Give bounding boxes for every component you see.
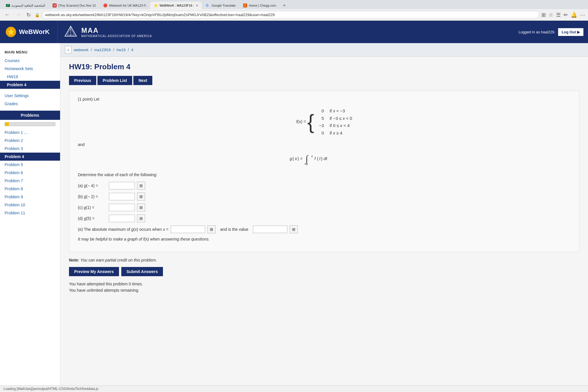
sidebar-problem-2[interactable]: Problem 2: [0, 137, 60, 145]
sidebar-problem-3[interactable]: Problem 3: [0, 145, 60, 153]
determine-text: Determine the value of each of the follo…: [78, 172, 570, 177]
sidebar-item-hw19[interactable]: HW19: [0, 73, 60, 81]
grid-icon-d[interactable]: ⊞: [137, 214, 145, 222]
next-button[interactable]: Next: [133, 76, 152, 85]
tab-arabic[interactable]: 🇸🇦 الملحقية الثقافية السعودية: [2, 2, 49, 9]
previous-button[interactable]: Previous: [69, 76, 96, 85]
sidebar: MAIN MENU Courses Homework Sets HW19 Pro…: [0, 43, 60, 392]
url-input[interactable]: [42, 11, 539, 19]
breadcrumb-webwork[interactable]: webwork: [74, 48, 89, 52]
webwork-logo: ⭐ WeBWorK: [0, 23, 57, 41]
sidebar-item-homework-sets[interactable]: Homework Sets: [0, 65, 60, 73]
logout-label: Log Out: [562, 30, 576, 34]
svg-text:f: f: [314, 156, 316, 161]
preview-button[interactable]: Preview My Answers: [69, 267, 119, 276]
sidebar-problem-10[interactable]: Problem 10: [0, 201, 60, 209]
answer-label-e: (e) The absolute maximum of g(x) occurs …: [78, 227, 168, 232]
edit-icon[interactable]: ✏: [564, 12, 568, 18]
tab-webwork-fal[interactable]: 🔴 Webwork for UK MA123 Fal: [100, 2, 150, 9]
maa-title: MAA: [81, 26, 152, 34]
answer-row-d: (d) g(5) = ⊞: [78, 214, 570, 222]
webwork-star-icon: ⭐: [6, 27, 16, 37]
breadcrumb-course[interactable]: ma123f16: [94, 48, 111, 52]
webwork-title: WeBWorK: [19, 28, 50, 36]
sidebar-problem-1[interactable]: Problem 1 ...: [0, 128, 60, 137]
answer-input-b[interactable]: [109, 193, 135, 200]
nav-buttons: Previous Problem List Next: [69, 76, 579, 85]
menu-icon[interactable]: ☰: [556, 12, 561, 18]
sidebar-problem-7[interactable]: Problem 7: [0, 177, 60, 185]
answer-section: Determine the value of each of the follo…: [78, 172, 570, 241]
grid-icon-c[interactable]: ⊞: [137, 203, 145, 212]
answer-row-e: (e) The absolute maximum of g(x) occurs …: [78, 225, 570, 233]
tab-favicon-google: G: [206, 3, 210, 7]
submit-buttons: Preview My Answers Submit Answers: [69, 267, 579, 276]
grid-icon-b[interactable]: ⊞: [137, 193, 145, 201]
grid-icon-a[interactable]: ⊞: [137, 182, 145, 190]
tab-chegg[interactable]: C Home | Chegg.com: [240, 2, 280, 9]
helper-text: It may be helpful to make a graph of f(x…: [78, 237, 570, 241]
submit-button[interactable]: Submit Answers: [121, 267, 163, 276]
logged-in-text: Logged in as haal229.: [518, 30, 555, 34]
attempts-text: You have attempted this problem 0 times.: [69, 281, 579, 287]
breadcrumb-sep-2: /: [113, 47, 114, 52]
and-text: and: [78, 142, 570, 147]
tab-scanner[interactable]: M [Tiny Scanner] Doc Nov 10,: [49, 2, 99, 9]
breadcrumb-hw19[interactable]: hw19: [117, 48, 126, 52]
tab-label-arabic: الملحقية الثقافية السعودية: [11, 4, 45, 7]
tab-webwork-active[interactable]: ⭐ WeBWorK : MA123F16 : ✕: [150, 2, 202, 9]
sidebar-problem-6[interactable]: Problem 6: [0, 169, 60, 177]
breadcrumb-num: 4: [131, 48, 133, 52]
logout-button[interactable]: Log Out ▶: [558, 28, 583, 36]
tab-label-google: Google Translate: [212, 4, 236, 7]
sidebar-problem-5[interactable]: Problem 5: [0, 161, 60, 169]
maa-emblem-icon: [64, 25, 78, 39]
progress-fill: [5, 122, 9, 126]
answer-label-b: (b) g(− 2) =: [78, 194, 107, 199]
header-right: Logged in as haal229. Log Out ▶: [518, 28, 588, 36]
svg-text:t: t: [319, 156, 321, 161]
sidebar-item-problem4[interactable]: Problem 4: [0, 81, 60, 89]
add-tab-button[interactable]: +: [280, 2, 289, 9]
svg-text:x: x: [295, 156, 297, 161]
back-button[interactable]: ←: [3, 11, 11, 18]
answer-row-c: (c) g(1) = ⊞: [78, 203, 570, 212]
sidebar-problem-4[interactable]: Problem 4: [0, 153, 60, 161]
sidebar-problem-9[interactable]: Problem 9: [0, 193, 60, 201]
tab-switcher-icon[interactable]: ⊞: [541, 12, 546, 18]
sidebar-item-user-settings[interactable]: User Settings: [0, 92, 60, 100]
piecewise-brace: {: [307, 111, 314, 133]
grid-icon-e-x[interactable]: ⊞: [207, 225, 216, 233]
answer-input-e-x[interactable]: [171, 226, 205, 233]
function-g-display: g ( x ) = ∫ x −3 f ( t ) dt: [78, 151, 570, 167]
bookmark-icon[interactable]: ☆: [549, 12, 553, 18]
app-header: ⭐ WeBWorK MAA MATHEMATICAL ASSOCIATION O…: [0, 21, 588, 43]
main-menu-title: MAIN MENU: [0, 48, 60, 57]
case-val-3: −3: [315, 122, 324, 129]
answer-label-a: (a) g(− 4) =: [78, 183, 107, 188]
tab-close-icon[interactable]: ✕: [196, 4, 198, 7]
tab-favicon-chegg: C: [243, 3, 247, 7]
more-icon[interactable]: ⋯: [580, 12, 585, 18]
breadcrumb-sep-1: /: [91, 47, 92, 52]
notification-icon[interactable]: 🔔: [571, 12, 577, 18]
sidebar-item-grades[interactable]: Grades: [0, 100, 60, 108]
sidebar-problem-11[interactable]: Problem 11: [0, 209, 60, 217]
answer-input-c[interactable]: [109, 204, 135, 211]
right-panel: ‹ webwork / ma123f16 / hw19 / 4 HW19: Pr…: [60, 43, 588, 392]
sidebar-problem-8[interactable]: Problem 8: [0, 185, 60, 193]
note-container: Note: You can earn partial credit on thi…: [69, 258, 579, 262]
breadcrumb-back-button[interactable]: ‹: [65, 46, 72, 53]
sidebar-item-courses[interactable]: Courses: [0, 57, 60, 65]
reload-button[interactable]: ↻: [25, 11, 32, 19]
answer-input-d[interactable]: [109, 215, 135, 222]
answer-input-e-val[interactable]: [253, 226, 287, 233]
tab-bar: 🇸🇦 الملحقية الثقافية السعودية M [Tiny Sc…: [0, 0, 588, 9]
problem-list-button[interactable]: Problem List: [97, 76, 132, 85]
forward-button[interactable]: →: [14, 11, 22, 18]
answer-input-a[interactable]: [109, 182, 135, 189]
tab-google[interactable]: G Google Translate: [202, 2, 239, 9]
page-title: HW19: Problem 4: [69, 62, 579, 71]
grid-icon-e-val[interactable]: ⊞: [290, 225, 298, 233]
answer-label-d: (d) g(5) =: [78, 216, 107, 221]
